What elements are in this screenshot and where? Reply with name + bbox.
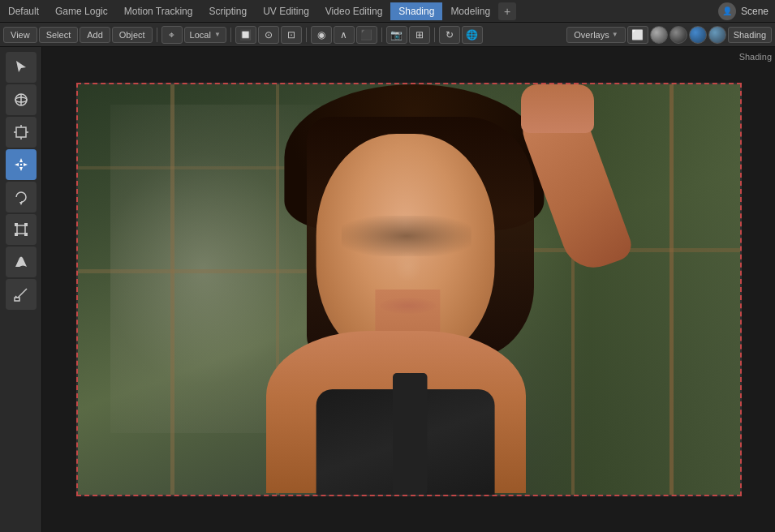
svg-rect-18 — [24, 233, 28, 236]
camera-view-icon[interactable]: 📷 — [386, 26, 407, 44]
add-button[interactable]: Add — [80, 27, 110, 43]
svg-rect-17 — [15, 233, 18, 236]
character-render — [78, 84, 740, 495]
user-icon[interactable]: 👤 — [718, 2, 736, 20]
separator-2 — [230, 28, 231, 42]
menu-item-video-editing[interactable]: Video Editing — [317, 2, 391, 20]
svg-marker-10 — [15, 163, 19, 166]
svg-rect-15 — [15, 223, 18, 226]
svg-marker-8 — [19, 158, 23, 162]
lips-hint — [379, 298, 436, 314]
mesh-display-icon[interactable]: ⊡ — [281, 26, 302, 44]
active-shading-btn[interactable] — [708, 26, 726, 44]
shading-text-button[interactable]: Shading — [728, 27, 772, 43]
shading-sphere-buttons — [650, 26, 726, 44]
separator-5 — [434, 28, 435, 42]
menu-item-motion-tracking[interactable]: Motion Tracking — [116, 2, 201, 20]
svg-marker-13 — [19, 202, 23, 205]
top-menu-bar: Default Game Logic Motion Tracking Scrip… — [0, 0, 775, 23]
annotate-tool[interactable] — [6, 247, 37, 277]
transform-tool[interactable] — [6, 117, 37, 148]
local-dropdown-arrow: ▼ — [214, 31, 221, 38]
eyes-shadow — [341, 216, 471, 256]
outfit-strap-right — [407, 373, 427, 495]
menu-item-scripting[interactable]: Scripting — [200, 2, 255, 20]
cursor-tool[interactable] — [6, 52, 37, 83]
svg-rect-3 — [16, 127, 26, 137]
gyro-tool[interactable] — [6, 84, 37, 115]
menu-item-game-logic[interactable]: Game Logic — [47, 2, 116, 20]
scene-label: Scene — [741, 6, 769, 17]
render-region-icon[interactable]: ⊞ — [409, 26, 430, 44]
solid-shading-btn[interactable] — [650, 26, 668, 44]
viewport-shading-solid[interactable]: ◉ — [311, 26, 332, 44]
select-button[interactable]: Select — [39, 27, 79, 43]
svg-rect-12 — [20, 164, 22, 165]
local-label: Local — [190, 30, 211, 40]
object-button[interactable]: Object — [112, 27, 153, 43]
top-menu-right: 👤 Scene — [718, 2, 775, 20]
left-sidebar — [0, 47, 42, 532]
viewport-toolbar: View Select Add Object ⌖ Local ▼ 🔲 ⊙ ⊡ ◉… — [0, 23, 775, 47]
nose-highlight — [395, 252, 420, 281]
separator-3 — [306, 28, 307, 42]
add-workspace-button[interactable]: + — [498, 2, 516, 20]
viewport[interactable]: Shading — [42, 47, 775, 532]
scale-tool[interactable] — [6, 214, 37, 245]
rotate-tool[interactable] — [6, 182, 37, 212]
overlays-dropdown[interactable]: Overlays ▼ — [566, 27, 625, 43]
toolbar-right: Overlays ▼ ⬜ Shading — [566, 26, 772, 44]
window-frame-v1 — [170, 84, 174, 495]
menu-item-modeling[interactable]: Modeling — [442, 2, 498, 20]
rendered-shading-btn[interactable] — [689, 26, 707, 44]
snap-icon[interactable]: 🔲 — [235, 26, 256, 44]
move-tool[interactable] — [6, 149, 37, 180]
viewport-display-icon[interactable]: ⬜ — [627, 26, 648, 44]
overlays-label: Overlays — [574, 30, 609, 40]
svg-rect-16 — [24, 223, 28, 226]
viewport-shading-mat[interactable]: ⬛ — [356, 26, 377, 44]
material-shading-btn[interactable] — [670, 26, 687, 44]
render-canvas — [76, 83, 742, 496]
svg-rect-14 — [17, 225, 25, 234]
separator-1 — [157, 28, 157, 42]
local-dropdown[interactable]: Local ▼ — [184, 27, 226, 43]
gizmo-icon[interactable]: ↻ — [439, 26, 460, 44]
viewport-shading-label: Shading — [739, 52, 772, 62]
menu-item-uv-editing[interactable]: UV Editing — [255, 2, 317, 20]
svg-marker-11 — [24, 163, 28, 166]
world-icon[interactable]: 🌐 — [462, 26, 483, 44]
transform-orientation-icon[interactable]: ⌖ — [161, 26, 183, 44]
overlays-arrow: ▼ — [612, 31, 618, 38]
hand — [521, 84, 594, 133]
view-button[interactable]: View — [3, 27, 37, 43]
viewport-shading-wire[interactable]: ∧ — [334, 26, 355, 44]
svg-marker-9 — [19, 167, 23, 171]
measure-tool[interactable] — [6, 279, 37, 310]
svg-rect-22 — [15, 298, 19, 301]
menu-item-default[interactable]: Default — [0, 2, 47, 20]
window-frame-right-v1 — [670, 84, 674, 495]
main-area: Shading — [0, 47, 775, 532]
proportional-edit-icon[interactable]: ⊙ — [258, 26, 279, 44]
separator-4 — [381, 28, 382, 42]
menu-item-shading[interactable]: Shading — [390, 2, 442, 20]
